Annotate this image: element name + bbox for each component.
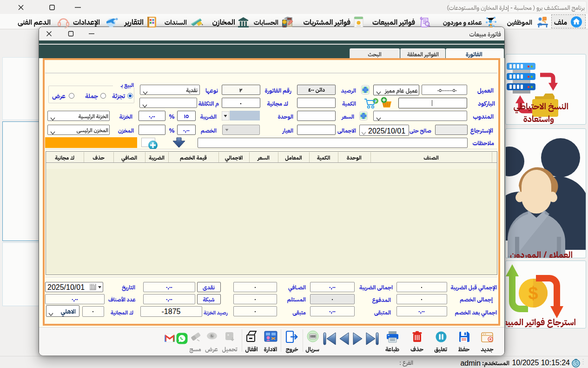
svg-text:$: $ [528, 283, 538, 303]
